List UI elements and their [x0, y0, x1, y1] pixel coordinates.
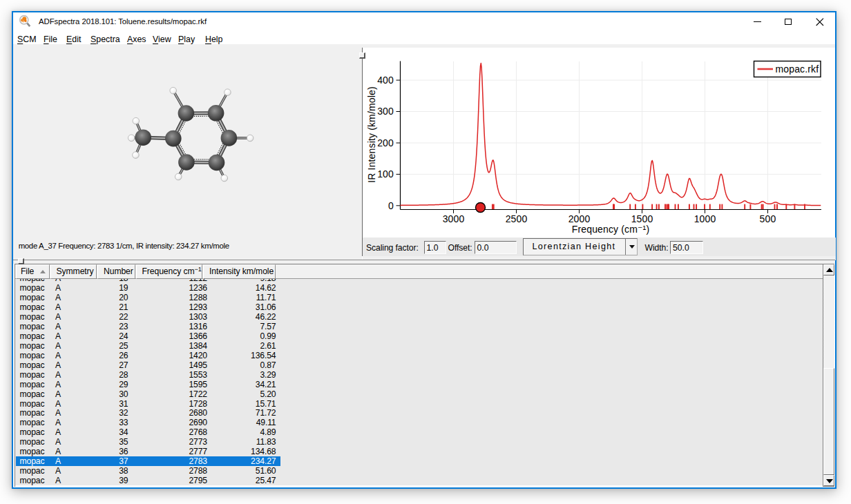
svg-text:IR Intensity (km/mole): IR Intensity (km/mole) [366, 86, 377, 182]
svg-text:Frequency (cm⁻¹): Frequency (cm⁻¹) [572, 224, 649, 235]
svg-text:300: 300 [377, 106, 394, 117]
svg-text:mopac.rkf: mopac.rkf [776, 64, 819, 75]
svg-text:100: 100 [377, 168, 394, 180]
svg-text:400: 400 [377, 75, 394, 86]
svg-text:2500: 2500 [506, 213, 528, 224]
svg-text:1000: 1000 [694, 213, 716, 224]
svg-text:200: 200 [377, 137, 394, 148]
svg-text:0: 0 [388, 200, 394, 211]
svg-text:500: 500 [760, 213, 776, 224]
svg-text:3000: 3000 [443, 213, 465, 224]
